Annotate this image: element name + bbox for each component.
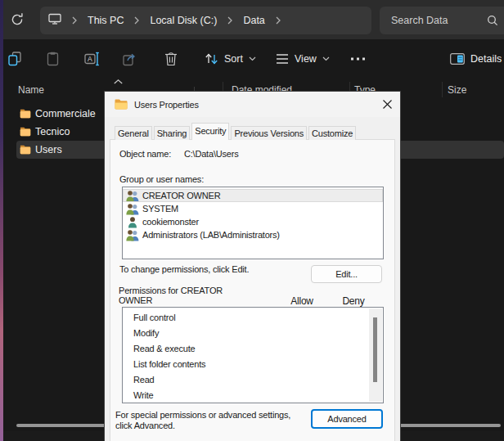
sort-label: Sort	[224, 53, 243, 65]
permission-row[interactable]: Modify	[123, 325, 383, 340]
view-button[interactable]: View	[276, 39, 330, 79]
svg-text:A: A	[88, 55, 92, 63]
breadcrumb-chevron-icon	[227, 16, 232, 25]
chevron-down-icon	[322, 56, 330, 61]
permission-row[interactable]: Special permissions	[123, 403, 383, 403]
group-user-list[interactable]: CREATOR OWNER SYSTEM	[122, 187, 384, 259]
column-header-size[interactable]: Size	[448, 84, 466, 96]
dialog-tab[interactable]: Customize	[308, 126, 356, 140]
user-name: CREATOR OWNER	[142, 191, 220, 200]
breadcrumb-item[interactable]: Data	[243, 15, 264, 26]
breadcrumb-chevron-icon	[276, 16, 281, 25]
file-name: Users	[35, 144, 62, 155]
permission-row[interactable]: Read	[123, 371, 383, 387]
permission-row[interactable]: Write	[123, 387, 383, 403]
ellipsis-icon	[351, 57, 366, 61]
folder-icon	[20, 109, 31, 119]
allow-column-label: Allow	[287, 295, 317, 307]
command-toolbar: A Sort View Details	[3, 39, 504, 79]
permission-row[interactable]: List folder contents	[123, 356, 383, 371]
advanced-text-line2: click Advanced.	[115, 421, 175, 430]
dialog-tab[interactable]: Security	[191, 123, 229, 140]
breadcrumb-chevron-icon	[134, 16, 139, 25]
address-bar-row: This PC Local Disk (C:) Data Search Data	[3, 0, 504, 39]
permission-row[interactable]: Full control	[123, 309, 383, 325]
deny-column-label: Deny	[339, 295, 368, 307]
change-permissions-text: To change permissions, click Edit.	[119, 264, 249, 274]
column-header-name[interactable]: Name	[18, 84, 44, 96]
user-group-icon	[126, 229, 139, 241]
dialog-titlebar: Users Properties	[105, 92, 400, 117]
permission-row[interactable]: Read & execute	[123, 340, 383, 356]
group-or-users-label: Group or user names:	[119, 174, 204, 184]
permissions-for-label-line1: Permissions for CREATOR	[119, 286, 223, 295]
advanced-text-line1: For special permissions or advanced sett…	[115, 410, 290, 420]
chevron-down-icon	[249, 56, 256, 61]
sort-ascending-icon	[114, 79, 123, 84]
folder-icon	[20, 145, 31, 155]
user-row[interactable]: CREATOR OWNER	[123, 189, 383, 202]
user-name: cookiemonster	[142, 217, 199, 227]
column-separator[interactable]	[442, 82, 443, 97]
permissions-list[interactable]: Full control Modify Read & execute List …	[122, 307, 384, 403]
scrollbar-thumb[interactable]	[373, 317, 377, 382]
user-row[interactable]: Administrators (LAB\Administrators)	[123, 228, 383, 241]
paste-icon[interactable]	[46, 39, 60, 79]
dialog-tab[interactable]: Previous Versions	[231, 126, 307, 140]
user-group-icon	[126, 216, 139, 228]
dialog-title: Users Properties	[134, 100, 199, 110]
user-group-icon	[126, 203, 139, 215]
user-row[interactable]: SYSTEM	[123, 202, 383, 215]
details-pane-icon	[450, 53, 465, 65]
copy-icon[interactable]	[8, 39, 22, 79]
sort-button[interactable]: Sort	[205, 39, 256, 79]
search-icon[interactable]	[487, 15, 498, 29]
dialog-tabs: General Sharing Security Previous Versio…	[115, 124, 356, 140]
view-label: View	[295, 53, 317, 65]
object-name-value: C:\Data\Users	[184, 149, 238, 159]
view-list-icon	[276, 53, 289, 65]
user-row[interactable]: cookiemonster	[123, 215, 383, 228]
delete-icon[interactable]	[164, 39, 178, 79]
share-icon[interactable]	[123, 39, 137, 79]
permissions-scrollbar[interactable]	[369, 308, 382, 402]
object-name-label: Object name:	[119, 149, 171, 159]
permissions-for-label-line2: OWNER	[119, 295, 152, 305]
rename-icon[interactable]: A	[84, 39, 100, 79]
edit-button[interactable]: Edit...	[311, 265, 382, 283]
search-placeholder: Search Data	[391, 15, 448, 26]
advanced-button[interactable]: Advanced	[311, 409, 383, 429]
dialog-folder-icon	[115, 99, 128, 110]
close-icon[interactable]	[380, 97, 394, 111]
file-name: Commerciale	[35, 108, 96, 119]
breadcrumb-item[interactable]: This PC	[88, 15, 124, 26]
search-input[interactable]: Search Data	[380, 7, 504, 34]
breadcrumb-item[interactable]: Local Disk (C:)	[150, 15, 217, 26]
breadcrumb-chevron-icon	[72, 16, 77, 25]
user-name: SYSTEM	[142, 204, 178, 214]
this-pc-icon	[48, 13, 61, 28]
security-tab-panel: Object name: C:\Data\Users Group or user…	[110, 139, 395, 441]
user-name: Administrators (LAB\Administrators)	[142, 230, 280, 240]
dialog-tab[interactable]: Sharing	[154, 126, 191, 140]
details-label: Details	[470, 53, 502, 65]
user-group-icon	[126, 190, 139, 202]
properties-dialog: Users Properties General Sharing Securit…	[104, 91, 401, 441]
dialog-tab[interactable]: General	[115, 126, 152, 140]
breadcrumb[interactable]: This PC Local Disk (C:) Data	[40, 7, 371, 34]
refresh-icon[interactable]	[10, 12, 25, 27]
more-options-button[interactable]	[351, 39, 366, 79]
sort-arrows-icon	[205, 52, 218, 65]
details-button[interactable]: Details	[450, 39, 502, 79]
folder-icon	[20, 127, 31, 137]
file-name: Tecnico	[35, 126, 70, 137]
